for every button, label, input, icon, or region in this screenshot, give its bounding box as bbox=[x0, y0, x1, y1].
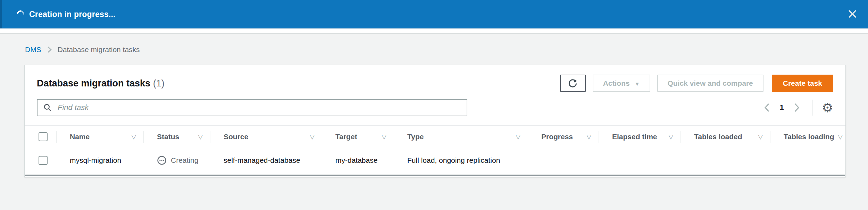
close-icon[interactable] bbox=[844, 6, 860, 22]
cell-status: Creating bbox=[144, 148, 210, 173]
tasks-table: Name▽ Status▽ Source▽ Target▽ Type▽ Prog… bbox=[25, 126, 845, 173]
banner-message: Creation in progress... bbox=[29, 10, 116, 19]
actions-button-label: Actions bbox=[603, 79, 630, 87]
cell-tables-loaded bbox=[681, 148, 770, 173]
breadcrumb: DMS Database migration tasks bbox=[25, 45, 140, 54]
quick-view-compare-button[interactable]: Quick view and compare bbox=[657, 75, 763, 92]
breadcrumb-link-dms[interactable]: DMS bbox=[25, 45, 41, 54]
pagination-divider bbox=[812, 100, 813, 116]
quick-view-compare-label: Quick view and compare bbox=[668, 79, 753, 87]
column-header-status[interactable]: Status bbox=[157, 133, 179, 141]
search-input[interactable] bbox=[57, 100, 461, 115]
cell-name: mysql-migration bbox=[57, 148, 144, 173]
settings-button[interactable]: ⚙ bbox=[822, 101, 833, 114]
panel-header: Database migration tasks (1) Actions ▼ Q… bbox=[25, 65, 845, 93]
create-task-label: Create task bbox=[783, 79, 822, 87]
cell-tables-loading bbox=[770, 148, 845, 173]
chevron-right-icon bbox=[793, 102, 801, 113]
sort-icon[interactable]: ▽ bbox=[516, 133, 520, 141]
horizontal-scrollbar[interactable] bbox=[25, 175, 845, 176]
column-header-target[interactable]: Target bbox=[335, 133, 357, 141]
refresh-button[interactable] bbox=[560, 75, 586, 92]
column-header-progress[interactable]: Progress bbox=[541, 133, 573, 141]
current-page-number: 1 bbox=[780, 103, 784, 112]
sort-icon[interactable]: ▽ bbox=[758, 133, 763, 141]
sort-icon[interactable]: ▽ bbox=[131, 133, 136, 141]
chevron-right-icon bbox=[47, 45, 52, 54]
previous-page-button[interactable] bbox=[762, 102, 772, 113]
sort-icon[interactable]: ▽ bbox=[586, 133, 591, 141]
chevron-left-icon bbox=[763, 102, 771, 113]
column-header-tables-loading[interactable]: Tables loading bbox=[784, 133, 834, 141]
tasks-panel: Database migration tasks (1) Actions ▼ Q… bbox=[24, 65, 846, 177]
sort-icon[interactable]: ▽ bbox=[198, 133, 203, 141]
cell-source: self-managed-database bbox=[210, 148, 322, 173]
caret-down-icon: ▼ bbox=[635, 81, 640, 86]
sort-icon[interactable]: ▽ bbox=[310, 133, 315, 141]
toolbar: Actions ▼ Quick view and compare Create … bbox=[560, 75, 833, 92]
cell-progress bbox=[528, 148, 599, 173]
page-title: Database migration tasks (1) bbox=[37, 78, 165, 89]
table-row[interactable]: mysql-migration Creating bbox=[25, 148, 845, 173]
sort-icon[interactable]: ▽ bbox=[668, 133, 673, 141]
row-select-checkbox[interactable] bbox=[39, 156, 48, 165]
column-header-source[interactable]: Source bbox=[224, 133, 248, 141]
column-header-name[interactable]: Name bbox=[70, 133, 90, 141]
status-text: Creating bbox=[171, 156, 198, 165]
search-box[interactable] bbox=[37, 99, 467, 116]
sort-icon[interactable]: ▽ bbox=[838, 133, 843, 141]
gear-icon: ⚙ bbox=[822, 101, 833, 115]
in-progress-icon bbox=[157, 156, 167, 165]
table-header-row: Name▽ Status▽ Source▽ Target▽ Type▽ Prog… bbox=[25, 126, 845, 148]
spinner-icon bbox=[15, 9, 26, 20]
next-page-button[interactable] bbox=[792, 102, 802, 113]
create-task-button[interactable]: Create task bbox=[772, 75, 833, 92]
task-count: (1) bbox=[153, 78, 165, 89]
cell-elapsed-time bbox=[599, 148, 681, 173]
dms-console-page: Creation in progress... DMS Database mig… bbox=[0, 0, 868, 210]
pagination: 1 ⚙ bbox=[762, 100, 833, 116]
cell-type: Full load, ongoing replication bbox=[394, 148, 528, 173]
page-title-text: Database migration tasks bbox=[37, 78, 150, 89]
column-header-elapsed-time[interactable]: Elapsed time bbox=[612, 133, 657, 141]
refresh-icon bbox=[568, 79, 577, 88]
column-header-type[interactable]: Type bbox=[407, 133, 424, 141]
search-icon bbox=[43, 103, 52, 112]
column-header-tables-loaded[interactable]: Tables loaded bbox=[694, 133, 742, 141]
breadcrumb-current: Database migration tasks bbox=[58, 45, 140, 54]
creation-progress-banner: Creation in progress... bbox=[0, 0, 868, 28]
select-all-checkbox[interactable] bbox=[39, 132, 48, 141]
controls-row: 1 ⚙ bbox=[25, 99, 845, 116]
sort-icon[interactable]: ▽ bbox=[382, 133, 386, 141]
banner-sub-strip bbox=[0, 28, 868, 34]
tasks-table-wrap: Name▽ Status▽ Source▽ Target▽ Type▽ Prog… bbox=[25, 125, 845, 173]
banner-left-accent bbox=[0, 0, 2, 28]
actions-button[interactable]: Actions ▼ bbox=[593, 75, 650, 92]
cell-target: my-database bbox=[322, 148, 394, 173]
